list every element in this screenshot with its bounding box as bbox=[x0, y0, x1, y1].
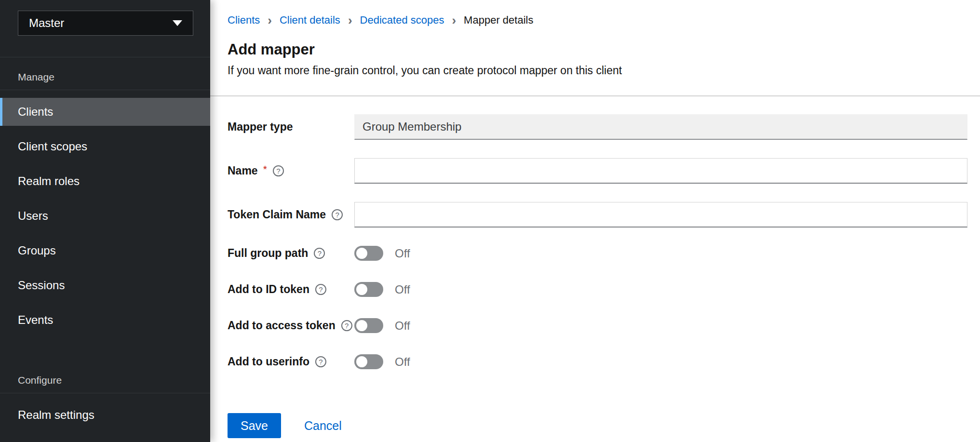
add-to-id-token-control: Off bbox=[354, 282, 967, 297]
add-to-id-token-toggle[interactable] bbox=[354, 282, 383, 297]
sidebar-item-users[interactable]: Users bbox=[0, 202, 210, 230]
form-row-add-to-id-token: Add to ID token?Off bbox=[228, 282, 967, 297]
sidebar-nav: ManageClientsClient scopesRealm rolesUse… bbox=[0, 57, 210, 442]
breadcrumb-current: Mapper details bbox=[464, 14, 533, 27]
field-label-group-add-to-access-token: Add to access token? bbox=[228, 319, 354, 332]
save-button[interactable]: Save bbox=[228, 413, 281, 438]
realm-selector-section: Master bbox=[0, 11, 210, 57]
add-to-id-token-help-icon[interactable]: ? bbox=[315, 284, 326, 295]
sidebar-item-realm-roles[interactable]: Realm roles bbox=[0, 167, 210, 195]
form-actions: Save Cancel bbox=[228, 413, 967, 438]
mapper-type-control: Group Membership bbox=[354, 114, 967, 140]
breadcrumb-link-client-details[interactable]: Client details bbox=[280, 14, 340, 27]
add-to-id-token-label: Add to ID token bbox=[228, 283, 309, 296]
sidebar: Master ManageClientsClient scopesRealm r… bbox=[0, 0, 210, 442]
sidebar-item-clients[interactable]: Clients bbox=[0, 98, 210, 126]
field-label-group-mapper-type: Mapper type bbox=[228, 121, 354, 134]
add-to-access-token-label: Add to access token bbox=[228, 319, 336, 332]
nav-section-title-configure: Configure bbox=[0, 361, 210, 393]
chevron-down-icon bbox=[173, 20, 182, 26]
sidebar-item-authentication[interactable]: Authentication bbox=[0, 436, 210, 442]
breadcrumb-link-dedicated-scopes[interactable]: Dedicated scopes bbox=[360, 14, 444, 27]
token-claim-name-label: Token Claim Name bbox=[228, 208, 326, 221]
field-label-group-full-group-path: Full group path? bbox=[228, 247, 354, 260]
sidebar-item-events[interactable]: Events bbox=[0, 306, 210, 334]
full-group-path-help-icon[interactable]: ? bbox=[314, 248, 325, 259]
add-to-access-token-toggle-state: Off bbox=[395, 319, 410, 333]
field-label-group-token-claim-name: Token Claim Name? bbox=[228, 208, 354, 221]
full-group-path-toggle-state: Off bbox=[395, 247, 410, 260]
app-window: Master ManageClientsClient scopesRealm r… bbox=[0, 0, 980, 442]
add-to-userinfo-label: Add to userinfo bbox=[228, 355, 309, 368]
form-row-mapper-type: Mapper typeGroup Membership bbox=[228, 114, 967, 140]
form-row-add-to-access-token: Add to access token?Off bbox=[228, 318, 967, 333]
token-claim-name-help-icon[interactable]: ? bbox=[332, 209, 343, 220]
add-to-access-token-toggle[interactable] bbox=[354, 318, 383, 333]
breadcrumb-separator-icon: › bbox=[348, 15, 352, 26]
add-to-userinfo-control: Off bbox=[354, 354, 967, 369]
page-subtitle: If you want more fine-grain control, you… bbox=[228, 64, 967, 77]
add-to-userinfo-toggle[interactable] bbox=[354, 354, 383, 369]
toggle-knob-icon bbox=[356, 320, 367, 331]
toggle-knob-icon bbox=[356, 284, 367, 295]
nav-list: Realm settingsAuthentication bbox=[0, 401, 210, 442]
nav-list: ClientsClient scopesRealm rolesUsersGrou… bbox=[0, 98, 210, 334]
add-to-access-token-control: Off bbox=[354, 318, 967, 333]
mapper-type-input: Group Membership bbox=[354, 114, 967, 140]
sidebar-item-groups[interactable]: Groups bbox=[0, 237, 210, 265]
field-label-group-add-to-id-token: Add to ID token? bbox=[228, 283, 354, 296]
field-label-group-name: Name*? bbox=[228, 164, 354, 177]
token-claim-name-input[interactable] bbox=[354, 202, 967, 228]
full-group-path-label: Full group path bbox=[228, 247, 308, 260]
main-content: Clients›Client details›Dedicated scopes›… bbox=[210, 0, 980, 442]
form-row-token-claim-name: Token Claim Name? bbox=[228, 202, 967, 228]
breadcrumb-separator-icon: › bbox=[452, 15, 456, 26]
field-label-group-add-to-userinfo: Add to userinfo? bbox=[228, 355, 354, 368]
nav-section-configure: ConfigureRealm settingsAuthentication bbox=[0, 361, 210, 442]
breadcrumb: Clients›Client details›Dedicated scopes›… bbox=[228, 0, 967, 27]
realm-selector-dropdown[interactable]: Master bbox=[18, 11, 193, 36]
sidebar-item-realm-settings[interactable]: Realm settings bbox=[0, 401, 210, 429]
name-input[interactable] bbox=[354, 158, 967, 184]
token-claim-name-control bbox=[354, 202, 967, 228]
nav-section-manage: ManageClientsClient scopesRealm rolesUse… bbox=[0, 57, 210, 334]
add-mapper-form: Mapper typeGroup MembershipName*?Token C… bbox=[228, 114, 967, 369]
form-row-add-to-userinfo: Add to userinfo?Off bbox=[228, 354, 967, 369]
form-row-full-group-path: Full group path?Off bbox=[228, 246, 967, 261]
name-control bbox=[354, 158, 967, 184]
toggle-knob-icon bbox=[356, 248, 367, 259]
add-to-access-token-help-icon[interactable]: ? bbox=[341, 320, 352, 331]
cancel-link[interactable]: Cancel bbox=[304, 419, 342, 433]
required-indicator: * bbox=[263, 163, 267, 175]
name-label: Name bbox=[228, 164, 258, 177]
sidebar-item-sessions[interactable]: Sessions bbox=[0, 271, 210, 299]
realm-name: Master bbox=[29, 16, 64, 30]
breadcrumb-separator-icon: › bbox=[268, 15, 272, 26]
full-group-path-control: Off bbox=[354, 246, 967, 261]
mapper-type-label: Mapper type bbox=[228, 121, 293, 134]
breadcrumb-link-clients[interactable]: Clients bbox=[228, 14, 260, 27]
form-row-name: Name*? bbox=[228, 158, 967, 184]
sidebar-item-client-scopes[interactable]: Client scopes bbox=[0, 133, 210, 161]
page-title: Add mapper bbox=[228, 41, 967, 58]
add-to-userinfo-toggle-state: Off bbox=[395, 355, 410, 369]
add-to-userinfo-help-icon[interactable]: ? bbox=[315, 356, 326, 367]
nav-section-title-manage: Manage bbox=[0, 57, 210, 90]
full-group-path-toggle[interactable] bbox=[354, 246, 383, 261]
name-help-icon[interactable]: ? bbox=[273, 165, 284, 176]
add-to-id-token-toggle-state: Off bbox=[395, 283, 410, 296]
toggle-knob-icon bbox=[356, 356, 367, 367]
content-divider bbox=[210, 95, 980, 96]
